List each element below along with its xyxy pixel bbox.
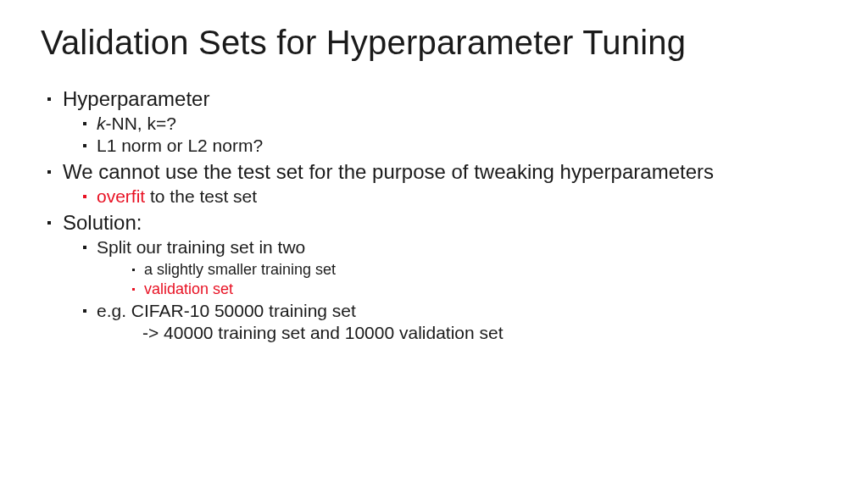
bullet-list-level-2: overfit to the test set <box>63 186 827 208</box>
bullet-text: to the test set <box>145 186 257 206</box>
bullet-text: We cannot use the test set for the purpo… <box>63 160 714 183</box>
bullet-list-level-3: a slightly smaller training set validati… <box>97 260 827 300</box>
bullet-hyperparameter: Hyperparameter k-NN, k=? L1 norm or L2 n… <box>41 87 827 157</box>
bullet-text: e.g. CIFAR-10 50000 training set <box>97 301 356 320</box>
bullet-text: Hyperparameter <box>63 87 209 110</box>
bullet-text: a slightly smaller training set <box>144 261 336 278</box>
bullet-smaller-training: a slightly smaller training set <box>97 260 827 280</box>
bullet-text-italic: k <box>97 114 106 133</box>
bullet-list-level-2: k-NN, k=? L1 norm or L2 norm? <box>63 113 827 158</box>
bullet-norm: L1 norm or L2 norm? <box>63 135 827 157</box>
bullet-text-red: validation set <box>144 280 233 297</box>
bullet-list-level-2: Split our training set in two a slightly… <box>63 236 827 345</box>
bullet-overfit: overfit to the test set <box>63 186 827 208</box>
slide-title: Validation Sets for Hyperparameter Tunin… <box>41 24 827 62</box>
bullet-text: Solution: <box>63 211 142 234</box>
bullet-text: -NN, k=? <box>106 114 176 133</box>
bullet-text-red: overfit <box>97 186 145 206</box>
bullet-text: L1 norm or L2 norm? <box>97 136 263 155</box>
bullet-continuation: -> 40000 training set and 10000 validati… <box>97 322 827 344</box>
bullet-test-set: We cannot use the test set for the purpo… <box>41 160 827 208</box>
bullet-validation-set: validation set <box>97 280 827 299</box>
bullet-cifar: e.g. CIFAR-10 50000 training set -> 4000… <box>63 300 827 345</box>
bullet-split: Split our training set in two a slightly… <box>63 236 827 300</box>
bullet-list-level-1: Hyperparameter k-NN, k=? L1 norm or L2 n… <box>41 87 827 344</box>
bullet-text: Split our training set in two <box>97 237 305 257</box>
bullet-knn: k-NN, k=? <box>63 113 827 135</box>
bullet-solution: Solution: Split our training set in two … <box>41 211 827 344</box>
